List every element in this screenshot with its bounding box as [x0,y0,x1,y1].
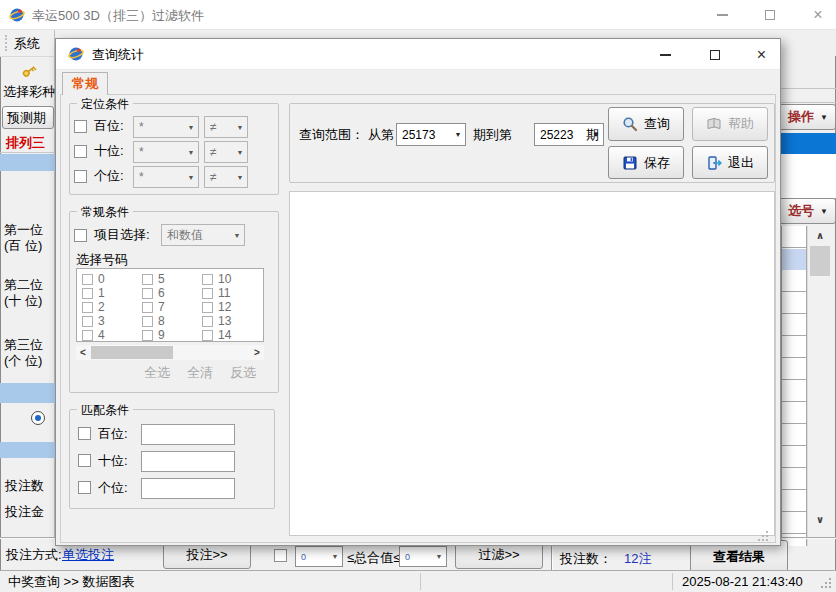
game-name-label[interactable]: 排列三 [6,135,45,150]
match-units-checkbox[interactable] [78,481,91,494]
selected-row-highlight [0,154,55,171]
dialog-resize-grip-icon[interactable] [756,529,769,542]
number-option-11[interactable]: 11 [202,287,230,299]
number-option-9[interactable]: 9 [142,329,165,341]
results-area [289,191,775,536]
status-separator [420,573,421,590]
positioning-units-value-dropdown[interactable]: *▼ [133,166,199,188]
scrollbar-thumb[interactable] [810,246,830,276]
number-label: 6 [158,288,165,299]
positioning-hundreds-op-dropdown[interactable]: ≠▼ [204,116,248,138]
divider [781,102,836,103]
main-maximize-button[interactable] [749,0,791,30]
position-3-line1: 第三位 [4,337,43,352]
checkbox-icon [82,316,93,327]
exit-button[interactable]: 退出 [692,146,768,179]
scroll-up-icon[interactable]: ∧ [807,228,833,242]
positioning-hundreds-checkbox[interactable] [74,120,87,133]
help-book-icon [706,116,722,132]
dialog-minimize-button[interactable] [647,39,683,70]
menu-item-system[interactable]: 系统 [14,36,40,51]
number-label: 9 [158,330,165,341]
sum-max-dropdown[interactable]: 0 ▼ [399,546,447,567]
number-option-1[interactable]: 1 [82,287,105,299]
main-titlebar: 幸运500 3D（排三）过滤软件 × [0,0,836,30]
positioning-units-op-dropdown[interactable]: ≠▼ [204,166,248,188]
bet-mode-link[interactable]: 单选投注 [62,547,114,562]
number-option-14[interactable]: 14 [202,329,231,341]
dropdown-value: * [139,170,144,184]
horizontal-scrollbar[interactable]: < > [76,345,264,360]
numbers-listbox: 0 1 2 3 4 5 6 7 8 9 10 11 12 13 14 [76,268,264,342]
number-option-5[interactable]: 5 [142,273,165,285]
number-label: 12 [218,302,231,313]
resize-grip-icon[interactable] [820,577,832,589]
number-option-10[interactable]: 10 [202,273,231,285]
tab-general[interactable]: 常规 [62,72,108,95]
exit-door-icon [706,155,722,171]
scrollbar-thumb[interactable] [91,346,173,359]
checkbox-icon [202,302,213,313]
help-button[interactable]: 帮助 [692,107,768,141]
scroll-down-icon[interactable]: ∨ [807,512,833,526]
sum-filter-checkbox[interactable] [274,549,287,562]
number-option-6[interactable]: 6 [142,287,165,299]
number-option-4[interactable]: 4 [82,329,105,341]
toolbar-select-lottery[interactable]: 选择彩种 [3,84,55,99]
query-button[interactable]: 查询 [608,107,684,141]
positioning-tens-checkbox[interactable] [74,145,87,158]
dialog-close-button[interactable]: × [743,39,780,70]
match-hundreds-input[interactable] [141,424,235,445]
main-close-button[interactable]: × [797,0,836,30]
scroll-left-icon[interactable]: < [76,345,90,360]
positioning-units-checkbox[interactable] [74,170,87,183]
number-label: 3 [98,316,105,327]
number-option-2[interactable]: 2 [82,301,105,313]
row-highlight [0,442,55,458]
positioning-tens-op-dropdown[interactable]: ≠▼ [204,141,248,163]
checkbox-icon [142,302,153,313]
number-option-7[interactable]: 7 [142,301,165,313]
number-label: 2 [98,302,105,313]
radio-selected[interactable] [31,411,45,425]
dropdown-value: 和数值 [167,227,203,244]
chevron-down-icon: ▼ [451,131,465,138]
predict-period-button[interactable]: 预测期 [2,106,54,129]
scroll-right-icon[interactable]: > [250,345,264,360]
bet-mode-label: 投注方式: [6,547,62,562]
clear-all-button[interactable]: 全清 [187,365,213,380]
number-option-3[interactable]: 3 [82,315,105,327]
number-label: 1 [98,288,105,299]
positioning-hundreds-value-dropdown[interactable]: *▼ [133,116,199,138]
invert-select-button[interactable]: 反选 [230,365,256,380]
sum-min-dropdown[interactable]: 0 ▼ [295,546,343,567]
item-select-checkbox[interactable] [74,229,87,242]
save-button[interactable]: 保存 [608,146,684,179]
positioning-group-title: 定位条件 [77,96,133,113]
query-stats-dialog: 查询统计 × 常规 定位条件 百位: *▼ ≠▼ 十位: *▼ ≠▼ 个位: *… [55,38,781,546]
item-select-dropdown[interactable]: 和数值▼ [161,224,245,246]
position-1-line1: 第一位 [4,222,43,237]
floppy-disk-icon [622,155,638,171]
match-units-input[interactable] [141,478,235,499]
maximize-icon [710,50,720,60]
number-option-0[interactable]: 0 [82,273,105,285]
dialog-maximize-button[interactable] [697,39,733,70]
match-tens-checkbox[interactable] [78,454,91,467]
select-all-button[interactable]: 全选 [144,365,170,380]
number-option-13[interactable]: 13 [202,315,231,327]
match-hundreds-checkbox[interactable] [78,427,91,440]
match-tens-input[interactable] [141,451,235,472]
number-option-8[interactable]: 8 [142,315,165,327]
key-icon [20,62,38,80]
app-window: 幸运500 3D（排三）过滤软件 × 系统 选择彩种 预测期 排列三 第一位 (… [0,0,836,592]
number-label: 4 [98,330,105,341]
main-minimize-button[interactable] [701,0,743,30]
number-label: 8 [158,316,165,327]
query-from-dropdown[interactable]: 25173▼ [396,123,466,146]
chevron-down-icon: ▼ [233,149,247,156]
pick-button-label: 选号 [788,202,814,220]
status-left-text: 中奖查询 >> 数据图表 [8,574,134,589]
number-option-12[interactable]: 12 [202,301,231,313]
positioning-tens-value-dropdown[interactable]: *▼ [133,141,199,163]
